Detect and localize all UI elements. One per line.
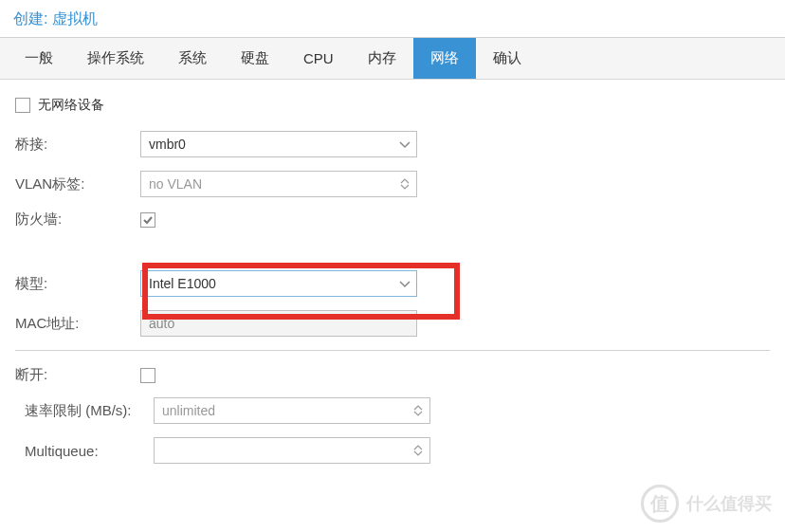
rate-value: unlimited	[162, 403, 215, 418]
tab-memory[interactable]: 内存	[351, 38, 413, 79]
watermark-text: 什么值得买	[686, 492, 772, 515]
spinner-icon	[407, 438, 429, 463]
bridge-value: vmbr0	[149, 137, 186, 152]
model-label: 模型:	[15, 275, 140, 293]
no-network-label: 无网络设备	[38, 97, 104, 114]
rate-label: 速率限制 (MB/s):	[15, 402, 154, 420]
no-network-checkbox[interactable]	[15, 98, 30, 113]
bridge-select[interactable]: vmbr0	[140, 131, 417, 157]
tab-general[interactable]: 一般	[8, 38, 70, 79]
tab-bar: 一般 操作系统 系统 硬盘 CPU 内存 网络 确认	[0, 38, 785, 80]
multiqueue-label: Multiqueue:	[15, 443, 154, 459]
tab-system[interactable]: 系统	[161, 38, 224, 79]
mac-value: auto	[149, 316, 174, 331]
watermark: 值 什么值得买	[641, 485, 772, 523]
form-panel: 无网络设备 桥接: vmbr0 VLAN标签: no VLAN 防火墙: 模型:	[0, 80, 785, 486]
mac-field[interactable]: auto	[140, 310, 417, 337]
mac-label: MAC地址:	[15, 315, 140, 333]
check-icon	[142, 214, 154, 226]
model-value: Intel E1000	[149, 276, 216, 291]
rate-field[interactable]: unlimited	[154, 397, 430, 424]
dialog-title: 创建: 虚拟机	[0, 0, 785, 38]
tab-os[interactable]: 操作系统	[70, 38, 161, 79]
firewall-checkbox[interactable]	[140, 212, 155, 228]
tab-confirm[interactable]: 确认	[476, 38, 539, 79]
spinner-icon	[393, 172, 416, 196]
model-select[interactable]: Intel E1000	[140, 270, 417, 297]
disconnect-checkbox[interactable]	[140, 368, 155, 383]
chevron-down-icon	[393, 132, 416, 156]
divider	[15, 350, 770, 351]
multiqueue-field[interactable]	[154, 437, 430, 464]
watermark-icon: 值	[641, 485, 679, 523]
vlan-value: no VLAN	[149, 176, 202, 192]
vlan-label: VLAN标签:	[15, 175, 140, 193]
tab-cpu[interactable]: CPU	[286, 39, 351, 78]
firewall-label: 防火墙:	[15, 211, 140, 229]
disconnect-label: 断开:	[15, 366, 140, 384]
spinner-icon	[407, 398, 429, 423]
tab-disk[interactable]: 硬盘	[224, 38, 286, 79]
vlan-field[interactable]: no VLAN	[140, 171, 417, 197]
bridge-label: 桥接:	[15, 136, 140, 154]
tab-network[interactable]: 网络	[413, 38, 476, 79]
chevron-down-icon	[393, 271, 416, 296]
